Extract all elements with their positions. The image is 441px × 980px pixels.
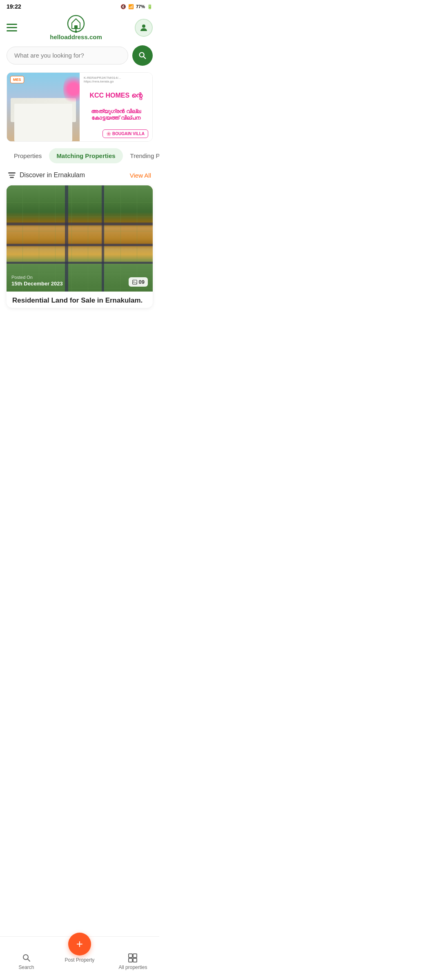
battery-icon: 🔋 <box>147 4 153 9</box>
logo-house-icon <box>67 15 85 33</box>
app-header: helloaddress.com <box>0 11 159 45</box>
logo-text: helloaddress.com <box>50 33 102 40</box>
posted-info: Posted On 15th December 2023 <box>11 275 63 287</box>
status-icons: 🔇 📶 77% 🔋 <box>120 4 153 9</box>
property-title: Residential Land for Sale in Ernakulam. <box>7 292 153 308</box>
wifi-icon: 📶 <box>128 4 134 9</box>
battery-text: 77% <box>136 4 145 9</box>
tab-properties[interactable]: Properties <box>7 148 49 163</box>
category-tabs: Properties Matching Properties Trending … <box>0 148 159 163</box>
view-all-link[interactable]: View All <box>130 172 151 179</box>
status-bar: 19:22 🔇 📶 77% 🔋 <box>0 0 159 11</box>
logo-domain: address.com <box>64 33 102 40</box>
svg-point-4 <box>75 31 77 33</box>
discover-section: Discover in Ernakulam View All <box>0 170 159 185</box>
svg-point-5 <box>142 24 145 28</box>
filter-icon <box>8 172 16 178</box>
search-section <box>0 45 159 72</box>
svg-rect-8 <box>132 280 137 284</box>
banner-subtitle: അത്യുഗ്രൻ വില്ല കോട്ടയത്ത് വില്പന <box>84 108 148 121</box>
banner-image: MES <box>7 73 80 141</box>
status-time: 19:22 <box>7 3 21 10</box>
search-icon <box>138 51 147 60</box>
posted-label: Posted On <box>11 275 63 280</box>
search-input[interactable] <box>14 52 120 59</box>
mute-icon: 🔇 <box>120 4 126 9</box>
svg-point-9 <box>134 281 134 282</box>
svg-rect-2 <box>74 25 78 29</box>
image-count: 09 <box>139 279 145 285</box>
image-count-badge: 09 <box>129 277 148 287</box>
profile-button[interactable] <box>135 19 153 37</box>
discover-title: Discover in Ernakulam <box>20 172 85 179</box>
tab-trending[interactable]: Trending P <box>123 148 159 163</box>
user-icon <box>139 23 149 33</box>
banner-ad[interactable]: MES K-RERA/PRJ/KTM/014/... https://rera.… <box>7 72 153 142</box>
property-card[interactable]: Posted On 15th December 2023 09 Resident… <box>7 185 153 308</box>
logo-brand: hello <box>50 33 64 40</box>
brand-badge: MES <box>10 76 24 83</box>
tab-matching-properties[interactable]: Matching Properties <box>49 148 122 163</box>
posted-date: 15th December 2023 <box>11 281 63 287</box>
discover-label: Discover in Ernakulam <box>8 172 85 179</box>
svg-line-7 <box>143 56 145 58</box>
rera-text: K-RERA/PRJ/KTM/014/... https://rera.kera… <box>84 76 148 83</box>
search-button[interactable] <box>132 45 153 66</box>
search-input-wrapper[interactable] <box>7 47 128 65</box>
property-image: Posted On 15th December 2023 09 <box>7 185 153 292</box>
image-icon <box>132 279 138 285</box>
menu-button[interactable] <box>7 24 17 31</box>
banner-content: K-RERA/PRJ/KTM/014/... https://rera.kera… <box>80 73 152 141</box>
app-logo: helloaddress.com <box>50 15 102 40</box>
sub-brand-badge: 🌸 BOUGAIN VILLA <box>102 129 148 138</box>
banner-title: KCC HOMES ന്റെ <box>84 91 148 100</box>
